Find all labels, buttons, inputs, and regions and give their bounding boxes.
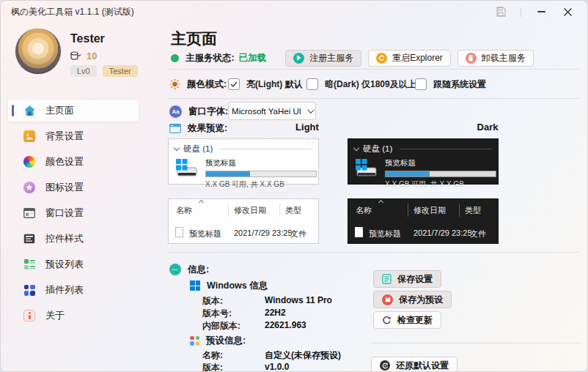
main-content: 主页面 主服务状态: 已加载 注册主服务 重启Explorer [168, 23, 587, 371]
font-row: Aa 窗口字体: Microsoft YaHei UI [169, 103, 228, 121]
register-service-button[interactable]: 注册主服务 [285, 50, 361, 67]
coin-count: 10 [87, 51, 97, 62]
control-style-icon [23, 232, 36, 245]
play-icon [293, 53, 304, 64]
color-mode-row: 颜色模式: 亮(Light) 默认 暗(Dark) 仅1809及以上 跟随系统设… [169, 75, 580, 93]
sidebar-item-window[interactable]: 窗口设置 [8, 202, 139, 224]
info-icon: ••• [169, 264, 181, 275]
save-as-preset-button[interactable]: 保存为预设 [373, 291, 452, 308]
sidebar-item-label: 预设列表 [45, 258, 84, 271]
option-dark[interactable]: 暗(Dark) 仅1809及以上 [306, 78, 416, 91]
service-status-label: 主服务状态: [185, 52, 235, 64]
color-wheel-icon [23, 155, 36, 168]
sidebar-item-icons[interactable]: 图标设置 [8, 176, 139, 198]
color-mode-label: 颜色模式: [187, 78, 227, 91]
divider [371, 343, 581, 343]
font-dropdown[interactable]: Microsoft YaHei UI [228, 102, 316, 120]
save-settings-icon [382, 274, 392, 284]
sort-asc-icon [199, 200, 204, 205]
avatar[interactable] [15, 29, 61, 74]
preset-version-value: v1.0.0 [265, 362, 289, 372]
active-accent-bar [12, 105, 14, 116]
sidebar-item-about[interactable]: 关于 [8, 305, 139, 327]
sidebar-item-controls[interactable]: 控件样式 [8, 228, 139, 250]
titlebar-divider [521, 7, 521, 17]
restore-defaults-button[interactable]: 还原默认设置 [371, 357, 457, 372]
windows-build-value: 22621.963 [265, 320, 306, 330]
dark-drive-preview: 硬盘 (1) 预览标题 X.X GB 可用, 共 X.X GB [348, 138, 499, 185]
preview-icon [169, 124, 181, 133]
sidebar: Tester 10 Lv0 Tester 主页面 [1, 23, 156, 371]
minimize-button[interactable] [534, 5, 548, 18]
level-badge: Lv0 [70, 65, 97, 77]
save-preset-icon [382, 294, 393, 305]
option-light[interactable]: 亮(Light) 默认 [228, 78, 303, 91]
app-window: 枫の美化工具箱 v1.1.1 (测试版) Tester 10 Lv0 Teste… [0, 0, 588, 372]
preset-list-icon [23, 258, 36, 271]
uninstall-service-button[interactable]: 卸载主服务 [457, 50, 534, 67]
option-follow-system[interactable]: 跟随系统设置 [415, 78, 486, 91]
sidebar-item-home[interactable]: 主页面 [8, 100, 139, 122]
chevron-down-icon [353, 145, 359, 151]
dark-label: Dark [461, 122, 514, 133]
font-label: 窗口字体: [188, 105, 228, 118]
title-bar: 枫の美化工具箱 v1.1.1 (测试版) [1, 1, 587, 23]
info-header: ••• 信息: [169, 263, 209, 276]
light-label: Light [278, 122, 337, 133]
divider [168, 252, 580, 253]
restart-explorer-button[interactable]: 重启Explorer [368, 50, 451, 67]
sidebar-item-plugins[interactable]: 插件列表 [8, 279, 139, 301]
file-icon [355, 227, 363, 237]
drive-icon [354, 157, 378, 190]
sidebar-item-label: 关于 [45, 309, 65, 322]
sidebar-item-label: 背景设置 [45, 130, 84, 143]
divider [168, 98, 580, 99]
refresh-icon [382, 316, 392, 325]
sidebar-item-label: 颜色设置 [45, 155, 84, 168]
plugin-list-icon [23, 283, 36, 297]
drive-icon [174, 157, 198, 190]
service-status-row: 主服务状态: 已加载 注册主服务 重启Explorer [171, 49, 534, 67]
restore-icon [380, 360, 390, 371]
sidebar-menu: 主页面 背景设置 颜色设置 图标设置 [8, 100, 139, 330]
dark-table-preview: 名称 修改日期 类型 预览标题 2021/7/29 23:25 文件 [348, 198, 499, 244]
windows-edition-value: Windows 11 Pro [265, 295, 332, 305]
preset-name-value: 自定义(未保存预设) [265, 349, 341, 362]
drive-usage-bar [385, 171, 496, 177]
trash-icon [466, 53, 477, 64]
file-icon [175, 227, 183, 237]
window-title: 枫の美化工具箱 v1.1.1 (测试版) [11, 6, 134, 18]
sidebar-item-label: 图标设置 [45, 181, 84, 194]
sidebar-item-background[interactable]: 背景设置 [8, 125, 139, 147]
sort-asc-icon [378, 200, 383, 205]
windows-logo-icon [190, 280, 200, 291]
save-settings-button[interactable]: 保存设置 [373, 270, 441, 288]
divider [168, 69, 580, 70]
close-button[interactable] [561, 5, 574, 18]
sidebar-item-color[interactable]: 颜色设置 [8, 151, 139, 173]
save-icon[interactable] [494, 5, 507, 18]
preset-info-header: 预设信息: [190, 335, 246, 346]
preview-row: 效果预览: [169, 122, 227, 135]
role-badge: Tester [103, 65, 138, 77]
sidebar-item-presets[interactable]: 预设列表 [8, 253, 139, 275]
light-table-preview: 名称 修改日期 类型 预览标题 2021/7/29 23:25 文件 [168, 198, 319, 244]
sidebar-item-label: 主页面 [45, 104, 74, 117]
info-label: 信息: [188, 264, 209, 276]
preset-info-icon [190, 336, 199, 346]
about-icon [23, 309, 36, 322]
chevron-down-icon [307, 106, 315, 114]
window-controls [494, 5, 587, 18]
drive-usage-bar [205, 171, 317, 177]
chevron-down-icon [174, 145, 180, 151]
sidebar-item-label: 插件列表 [45, 283, 84, 297]
window-icon [23, 207, 36, 220]
preview-label: 效果预览: [188, 122, 227, 135]
coin-balance: 10 [70, 51, 97, 62]
sidebar-item-label: 窗口设置 [45, 207, 84, 220]
home-icon [23, 104, 36, 117]
check-update-button[interactable]: 检查更新 [373, 311, 441, 329]
profile-badges: Lv0 Tester [70, 65, 138, 77]
checkbox-icon [306, 78, 318, 90]
background-icon [23, 130, 36, 143]
